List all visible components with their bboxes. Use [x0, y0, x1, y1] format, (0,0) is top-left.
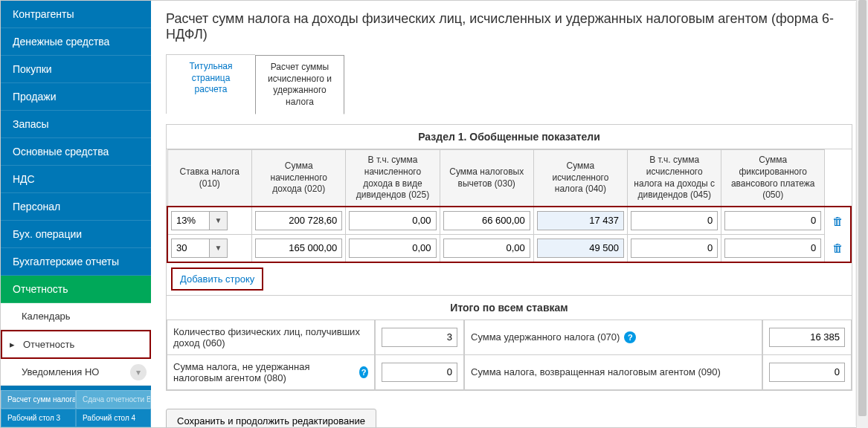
col-advance: Сумма фиксированного авансового платежа … — [721, 150, 825, 207]
tab-calc[interactable]: Расчет суммы исчисленного и удержанного … — [255, 55, 344, 114]
page-title: Расчет сумм налога на доходы физических … — [166, 11, 852, 42]
section-1: Раздел 1. Обобщенные показатели Ставка н… — [166, 124, 852, 390]
table-row: ▼ 🗑 — [167, 207, 851, 235]
label-returned: Сумма налога, возвращенная налоговым аге… — [464, 355, 762, 390]
help-icon[interactable]: ? — [624, 331, 636, 343]
rate-table: Ставка налога (010) Сумма начисленного д… — [167, 149, 852, 262]
sub-reporting[interactable]: Отчетность — [1, 330, 151, 359]
col-income: Сумма начисленного дохода (020) — [252, 150, 346, 207]
trash-icon[interactable]: 🗑 — [825, 207, 851, 235]
nav-inventory[interactable]: Запасы — [1, 111, 151, 138]
income-input[interactable] — [255, 211, 342, 230]
rate-input[interactable] — [171, 211, 210, 230]
income-input[interactable] — [255, 239, 342, 258]
bottom-tab-4[interactable]: Рабочий стол 4 — [76, 409, 151, 427]
nav-reporting[interactable]: Отчетность — [1, 276, 151, 303]
save-continue-button[interactable]: Сохранить и продолжить редактирование — [166, 409, 376, 427]
sub-calendar[interactable]: Календарь — [1, 303, 151, 330]
nav-accounting-ops[interactable]: Бух. операции — [1, 221, 151, 248]
nav-sales[interactable]: Продажи — [1, 83, 151, 111]
nav-purchases[interactable]: Покупки — [1, 56, 151, 83]
help-icon[interactable]: ? — [359, 366, 368, 378]
not-withheld-input[interactable] — [382, 363, 457, 382]
outer-scrollbar-thumb[interactable] — [858, 0, 867, 416]
outer-scrollbar[interactable] — [856, 0, 868, 428]
bottom-tab-1[interactable]: Расчет сумм налога на — [1, 390, 76, 409]
totals-grid: Количество физических лиц, получивших до… — [167, 320, 852, 390]
main-content: Расчет сумм налога на доходы физических … — [151, 1, 867, 427]
nav-vat[interactable]: НДС — [1, 166, 151, 193]
trash-icon[interactable]: 🗑 — [825, 234, 851, 262]
bottom-tabs: Расчет сумм налога на Сдача отчетности В… — [1, 390, 151, 427]
deductions-input[interactable] — [443, 239, 530, 258]
persons-input[interactable] — [382, 328, 457, 347]
add-row-button[interactable]: Добавить строку — [171, 268, 263, 291]
tax-input[interactable] — [537, 211, 624, 230]
rate-select[interactable]: ▼ — [171, 239, 248, 258]
rate-input[interactable] — [171, 239, 210, 258]
rate-select[interactable]: ▼ — [171, 211, 248, 230]
col-tax: Сумма исчисленного налога (040) — [533, 150, 627, 207]
chevron-down-icon[interactable]: ▼ — [210, 239, 228, 258]
tab-title-page[interactable]: Титульная страница расчета — [166, 54, 255, 114]
advance-input[interactable] — [724, 239, 821, 258]
div-tax-input[interactable] — [631, 239, 718, 258]
div-tax-input[interactable] — [631, 211, 718, 230]
table-row: ▼ 🗑 — [167, 234, 851, 262]
withheld-input[interactable] — [769, 328, 845, 347]
div-income-input[interactable] — [349, 211, 436, 230]
col-div-income: В т.ч. сумма начисленного дохода в виде … — [346, 150, 440, 207]
sidebar: Контрагенты Денежные средства Покупки Пр… — [1, 1, 151, 427]
deductions-input[interactable] — [443, 211, 530, 230]
label-persons: Количество физических лиц, получивших до… — [167, 320, 375, 355]
tabs: Титульная страница расчета Расчет суммы … — [166, 54, 852, 114]
totals-title: Итого по всем ставкам — [167, 295, 852, 320]
advance-input[interactable] — [724, 211, 821, 230]
returned-input[interactable] — [769, 363, 845, 382]
label-not-withheld: Сумма налога, не удержанная налоговым аг… — [167, 355, 375, 390]
tax-input[interactable] — [537, 239, 624, 258]
bottom-tab-2[interactable]: Сдача отчетности Все — [76, 390, 151, 409]
div-income-input[interactable] — [349, 239, 436, 258]
bottom-tab-3[interactable]: Рабочий стол 3 — [1, 409, 76, 427]
nav-personnel[interactable]: Персонал — [1, 193, 151, 221]
chevron-down-icon[interactable]: ▼ — [210, 211, 228, 230]
col-deductions: Сумма налоговых вычетов (030) — [440, 150, 533, 207]
nav-accounting-reports[interactable]: Бухгалтерские отчеты — [1, 248, 151, 276]
nav-contractors[interactable]: Контрагенты — [1, 1, 151, 28]
col-div-tax: В т.ч. сумма исчисленного налога на дохо… — [628, 150, 721, 207]
nav-cash[interactable]: Денежные средства — [1, 28, 151, 56]
section-1-title: Раздел 1. Обобщенные показатели — [167, 125, 852, 149]
label-withheld: Сумма удержанного налога (070)? — [464, 320, 762, 355]
sub-notifications[interactable]: Уведомления НО ▾ — [1, 359, 151, 386]
nav-fixed-assets[interactable]: Основные средства — [1, 138, 151, 166]
col-rate: Ставка налога (010) — [167, 150, 252, 207]
scroll-down-icon[interactable]: ▾ — [130, 364, 147, 380]
